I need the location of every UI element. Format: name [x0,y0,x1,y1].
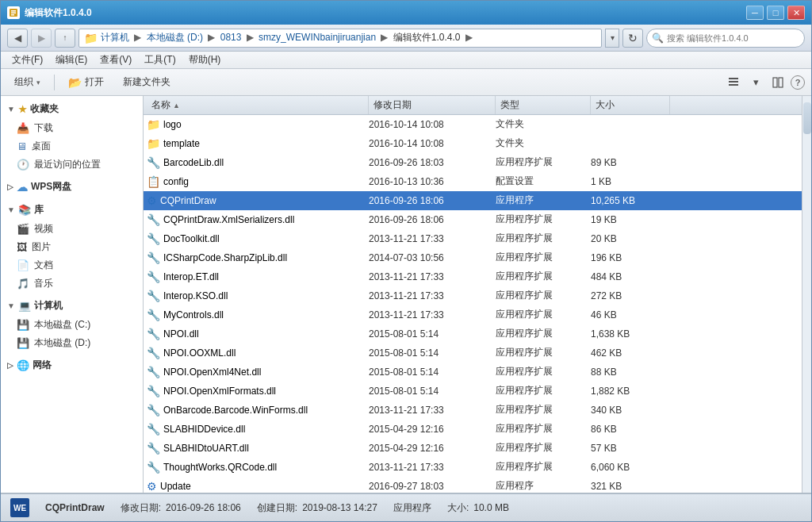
file-date: 2015-04-29 12:16 [369,443,496,454]
sidebar-computer-group[interactable]: ▼ 💻 计算机 [1,296,143,316]
sidebar-item-picture[interactable]: 🖼 图片 [1,238,143,256]
file-size: 10,265 KB [591,195,670,206]
col-header-date[interactable]: 修改日期 [369,96,496,114]
path-text: 计算机 ▶ 本地磁盘 (D:) ▶ 0813 ▶ smzy_WEWINbainj… [101,31,475,44]
file-type: 应用程序扩展 [496,251,591,264]
back-button[interactable]: ◀ [7,29,28,48]
sidebar-wps-group[interactable]: ▷ ☁ WPS网盘 [1,177,143,197]
library-icon: 📚 [18,204,31,216]
file-name: MyControls.dll [163,309,224,320]
new-folder-button[interactable]: 新建文件夹 [116,72,178,93]
file-name: Update [160,481,191,492]
path-dropdown-button[interactable]: ▾ [605,29,619,48]
forward-button[interactable]: ▶ [31,29,52,48]
file-name: NPOI.dll [163,328,199,340]
table-row[interactable]: 🔧 Interop.KSO.dll 2013-11-21 17:33 应用程序扩… [144,286,802,305]
table-row[interactable]: ⚙ Update 2016-09-27 18:03 应用程序 321 KB [144,477,802,493]
desktop-label: 桌面 [32,140,51,153]
scrollbar[interactable] [802,96,811,493]
table-row[interactable]: 📁 template 2016-10-14 10:08 文件夹 [144,134,802,153]
table-row[interactable]: 🔧 MyControls.dll 2013-11-21 17:33 应用程序扩展… [144,305,802,324]
wps-cloud-icon: ☁ [17,181,28,194]
table-row[interactable]: 🔧 Interop.ET.dll 2013-11-21 17:33 应用程序扩展… [144,267,802,286]
file-type: 应用程序扩展 [496,213,591,226]
open-button[interactable]: 📂 打开 [61,72,111,93]
file-name: logo [163,119,182,130]
close-button[interactable]: ✕ [787,6,805,20]
refresh-button[interactable]: ↻ [622,29,643,48]
sidebar-item-desktop[interactable]: 🖥 桌面 [1,137,143,155]
file-icon: 🔧 [147,385,160,397]
svg-rect-3 [11,14,14,16]
table-row[interactable]: 🔧 SLABHIDtoUART.dll 2015-04-29 12:16 应用程… [144,439,802,458]
video-icon: 🎬 [17,223,29,235]
table-row[interactable]: 🔧 NPOI.dll 2015-08-01 5:14 应用程序扩展 1,638 … [144,324,802,344]
file-name-cell: 🔧 NPOI.OOXML.dll [147,347,369,359]
search-input[interactable] [667,33,770,43]
table-row[interactable]: 🔧 DocToolkit.dll 2013-11-21 17:33 应用程序扩展… [144,229,802,248]
file-name: template [163,138,200,149]
file-size: 20 KB [591,233,670,244]
table-row[interactable]: 🔧 ThoughtWorks.QRCode.dll 2013-11-21 17:… [144,458,802,477]
address-bar: ◀ ▶ ↑ 📁 计算机 ▶ 本地磁盘 (D:) ▶ 0813 ▶ smzy_WE… [1,25,811,52]
sidebar-library-group[interactable]: ▼ 📚 库 [1,200,143,220]
computer-icon: 💻 [18,300,31,312]
table-row[interactable]: 📁 logo 2016-10-14 10:08 文件夹 [144,115,802,134]
path-part-3[interactable]: 0813 [220,32,242,43]
table-row[interactable]: 📋 config 2016-10-13 10:36 配置设置 1 KB [144,172,802,191]
organize-button[interactable]: 组织 ▾ [7,72,48,93]
file-list: 📁 logo 2016-10-14 10:08 文件夹 📁 template 2… [144,115,802,493]
menu-tools[interactable]: 工具(T) [138,52,182,68]
table-row[interactable]: 🔧 NPOI.OOXML.dll 2015-08-01 5:14 应用程序扩展 … [144,344,802,363]
sidebar-item-document[interactable]: 📄 文档 [1,256,143,274]
pane-button[interactable] [768,74,787,91]
path-part-4[interactable]: smzy_WEWINbainjiruanjian [259,32,376,43]
toolbar-separator-1 [54,75,55,90]
file-date: 2013-11-21 17:33 [369,309,496,320]
menu-help[interactable]: 帮助(H) [182,52,228,68]
name-sort-icon: ▲ [173,102,180,109]
up-button[interactable]: ↑ [55,29,75,48]
status-app-item: WE [10,498,29,517]
menu-edit[interactable]: 编辑(E) [49,52,94,68]
view-dropdown-button[interactable]: ▾ [746,74,765,91]
file-date: 2013-11-21 17:33 [369,405,496,416]
sidebar-item-recent[interactable]: 🕐 最近访问的位置 [1,155,143,174]
sidebar-item-download[interactable]: 📥 下载 [1,119,143,137]
maximize-button[interactable]: □ [767,6,784,20]
minimize-button[interactable]: ─ [746,6,764,20]
path-part-5[interactable]: 编辑软件1.0.4.0 [393,32,461,43]
table-row[interactable]: 🔧 NPOI.OpenXmlFormats.dll 2015-08-01 5:1… [144,382,802,401]
title-bar: 编辑软件1.0.4.0 ─ □ ✕ [1,1,811,25]
help-button[interactable]: ? [791,75,805,90]
view-details-button[interactable] [724,74,743,91]
address-path[interactable]: 📁 计算机 ▶ 本地磁盘 (D:) ▶ 0813 ▶ smzy_WEWINbai… [79,29,602,48]
table-row[interactable]: 🔧 OnBarcode.Barcode.WinForms.dll 2013-11… [144,401,802,420]
menu-view[interactable]: 查看(V) [94,52,138,68]
sidebar-favorites-group[interactable]: ▼ ★ 收藏夹 [1,99,143,119]
path-folder-icon: 📁 [84,32,98,44]
col-header-name[interactable]: 名称 ▲ [147,96,369,114]
col-name-label: 名称 [151,98,170,112]
menu-file[interactable]: 文件(F) [6,52,49,68]
col-header-size[interactable]: 大小 [591,96,670,114]
sidebar-item-local-c[interactable]: 💾 本地磁盘 (C:) [1,316,143,334]
col-header-type[interactable]: 类型 [496,96,591,114]
status-app-icon: WE [10,498,29,517]
path-part-2[interactable]: 本地磁盘 (D:) [147,32,203,43]
status-type-item: 应用程序 [393,501,431,515]
table-row[interactable]: 🔧 NPOI.OpenXml4Net.dll 2015-08-01 5:14 应… [144,363,802,382]
table-row[interactable]: 🔧 ICSharpCode.SharpZipLib.dll 2014-07-03… [144,248,802,267]
sidebar-item-music[interactable]: 🎵 音乐 [1,274,143,293]
table-row[interactable]: 🔧 SLABHIDDevice.dll 2015-04-29 12:16 应用程… [144,420,802,439]
table-row[interactable]: 🔧 BarcodeLib.dll 2016-09-26 18:03 应用程序扩展… [144,153,802,172]
file-size: 321 KB [591,481,670,492]
sidebar-item-local-d[interactable]: 💾 本地磁盘 (D:) [1,334,143,352]
sidebar-item-video[interactable]: 🎬 视频 [1,220,143,238]
sidebar-network-group[interactable]: ▷ 🌐 网络 [1,355,143,375]
path-part-1[interactable]: 计算机 [101,32,129,43]
file-date: 2014-07-03 10:56 [369,252,496,263]
file-name-cell: 🔧 SLABHIDtoUART.dll [147,442,369,455]
table-row[interactable]: 🔧 CQPrintDraw.XmlSerializers.dll 2016-09… [144,210,802,229]
table-row[interactable]: ⚙ CQPrintDraw 2016-09-26 18:06 应用程序 10,2… [144,191,802,210]
